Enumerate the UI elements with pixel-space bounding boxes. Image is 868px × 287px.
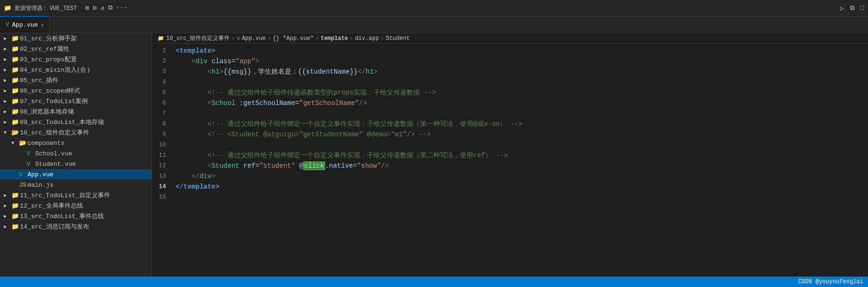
vue-file-icon: V [6,21,9,28]
arrow-icon: ▶ [4,192,11,198]
line-content-14: </template> [176,182,868,192]
code-line-8: 8 <!-- 通过父组件给子组件绑定一个自定义事件实现：子给父传递数据（第一种写… [152,119,868,129]
sidebar-item-label: 10_src_组件自定义事件 [20,128,89,137]
sidebar-item-label: Student.vue [35,161,76,168]
split-icon[interactable]: ⧉ [850,4,855,12]
refresh-icon[interactable]: ↺ [101,4,104,12]
collapse-icon[interactable]: ⧉ [108,4,112,12]
sidebar-item[interactable]: ▶📁 11_src_TodoList_自定义事件 [0,190,151,201]
sidebar-item-label: 04_src_mixin混入(合) [20,66,90,74]
breadcrumb-divapp[interactable]: div.app [355,35,379,42]
code-area[interactable]: 1 <template> 2 <div class="app"> 3 <h1>{… [152,44,868,277]
breadcrumb-student[interactable]: Student [386,35,410,42]
breadcrumb-object[interactable]: {} "App.vue" [273,35,314,42]
editor-area: 📁 10_src_组件自定义事件 › V App.vue › {} "App.v… [152,33,868,277]
code-line-7: 7 [152,108,868,119]
arrow-icon: ▶ [4,36,11,41]
sidebar-item-label: 09_src_TodoList_本地存储 [20,118,104,126]
breadcrumb-vue-icon: V [237,36,240,41]
run-icon[interactable]: ▷ [840,4,844,12]
js-file-icon: JS [19,182,28,189]
breadcrumb-folder[interactable]: 10_src_组件自定义事件 [166,34,230,42]
folder-icon: 📁 [11,108,20,115]
sidebar-item[interactable]: ▶📁 04_src_mixin混入(合) [0,65,151,75]
maximize-icon[interactable]: □ [860,4,864,12]
arrow-icon: ▶ [4,213,11,219]
sidebar-item[interactable]: ▶📁 09_src_TodoList_本地存储 [0,117,151,127]
explorer-icon: 📁 [4,4,11,12]
sidebar-item[interactable]: ▶📁 07_src_TodoList案例 [0,96,151,106]
more-icon[interactable]: ··· [116,4,127,12]
line-num-3: 3 [152,67,176,77]
sidebar-item[interactable]: ▼📂 10_src_组件自定义事件 [0,127,151,138]
line-num-2: 2 [152,56,176,67]
folder-icon: 📂 [19,139,28,147]
sidebar-item-label: 01_src_分析脚手架 [20,34,77,43]
folder-icon: 📁 [11,87,20,95]
line-num-8: 8 [152,119,176,129]
sidebar-item-label: 03_src_props配置 [20,55,77,64]
vue-file-icon: V [19,171,28,178]
line-num-7: 7 [152,108,176,119]
sidebar-item[interactable]: ▶📁 14_src_消息订阅与发布 [0,221,151,232]
status-bar: CSDN @youyoufenglai [0,277,868,287]
arrow-icon: ▼ [4,130,11,135]
sidebar-item-label: 06_src_scoped样式 [20,86,80,95]
folder-icon: 📁 [11,202,20,210]
line-content-2: <div class="app"> [176,56,868,67]
sidebar-item[interactable]: ▼📂 components [0,138,151,148]
breadcrumb-sep-1: › [232,36,235,41]
sidebar-item[interactable]: V School.vue [0,148,151,159]
code-line-11: 11 <!-- 通过父组件给子组件绑定一个自定义事件实现：子给父传递数据（第二种… [152,150,868,161]
new-folder-icon[interactable]: ⊟ [93,4,97,12]
breadcrumb-sep-2: › [268,36,271,41]
breadcrumb-template[interactable]: template [321,35,348,42]
arrow-icon: ▶ [4,203,11,209]
arrow-icon: ▶ [4,224,11,230]
tab-close-icon[interactable]: ✕ [41,22,44,28]
arrow-icon: ▶ [4,57,11,62]
code-line-13: 13 </div> [152,171,868,182]
sidebar: ▶📁 01_src_分析脚手架▶📁 02_src_ref属性▶📁 03_src_… [0,33,152,277]
line-num-12: 12 [152,161,176,171]
sidebar-item[interactable]: ▶📁 03_src_props配置 [0,54,151,65]
code-line-6: 6 <School :getSchoolName="getSchoolName"… [152,98,868,108]
sidebar-item-label: 13_src_TodoList_事件总线 [20,212,104,220]
breadcrumb-file[interactable]: App.vue [242,35,266,42]
sidebar-item[interactable]: ▶📁 12_src_全局事件总线 [0,201,151,211]
sidebar-item[interactable]: ▶📁 05_src_插件 [0,75,151,86]
code-line-2: 2 <div class="app"> [152,56,868,67]
sidebar-item[interactable]: ▶📁 02_src_ref属性 [0,44,151,54]
line-num-15: 15 [152,192,176,202]
arrow-icon: ▶ [4,109,11,115]
arrow-icon: ▶ [4,88,11,94]
code-line-3: 3 <h1>{{msg}}，学生姓名是：{{studentName}}</h1> [152,67,868,77]
sidebar-item[interactable]: V App.vue [0,169,151,180]
sidebar-item-label: 02_src_ref属性 [20,45,69,53]
code-line-14: 14 </template> [152,182,868,192]
line-content-9: <!-- <Student @atguigu="getStudentName" … [176,129,868,140]
folder-icon: 📁 [11,118,20,126]
window-controls: ▷ ⧉ □ [840,4,864,12]
sidebar-item[interactable]: JS main.js [0,180,151,190]
title-bar-actions: ⊞ ⊟ ↺ ⧉ ··· [85,4,127,12]
folder-icon: 📁 [11,212,20,220]
new-file-icon[interactable]: ⊞ [85,4,89,12]
status-right: CSDN @youyoufenglai [798,278,863,285]
sidebar-item[interactable]: ▶📁 13_src_TodoList_事件总线 [0,211,151,221]
tab-appvue[interactable]: V App.vue ✕ [0,16,50,33]
line-content-11: <!-- 通过父组件给子组件绑定一个自定义事件实现：子给父传递数据（第二种写法，… [176,150,868,161]
sidebar-item-label: 08_浏览器本地存储 [20,107,74,116]
sidebar-item[interactable]: ▶📁 08_浏览器本地存储 [0,106,151,117]
line-num-1: 1 [152,46,176,56]
folder-icon: 📁 [11,191,20,199]
folder-icon: 📂 [11,129,20,136]
line-content-1: <template> [176,46,868,56]
sidebar-item[interactable]: ▶📁 06_src_scoped样式 [0,86,151,96]
line-num-4: 4 [152,77,176,87]
sidebar-item[interactable]: ▶📁 01_src_分析脚手架 [0,33,151,44]
arrow-icon: ▶ [4,119,11,125]
sidebar-item[interactable]: V Student.vue [0,159,151,169]
line-num-11: 11 [152,150,176,161]
folder-icon: 📁 [11,97,20,105]
